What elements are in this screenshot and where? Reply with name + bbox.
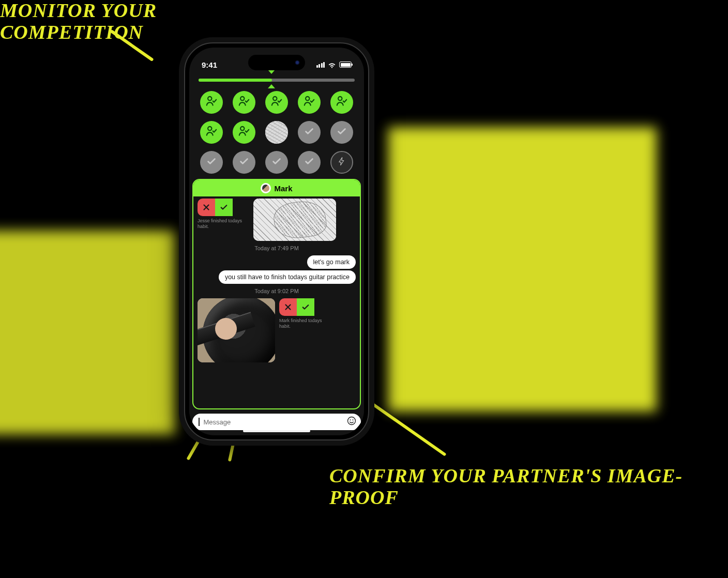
day-cell-done[interactable] <box>330 91 353 114</box>
svg-point-5 <box>208 127 211 130</box>
home-indicator[interactable] <box>243 430 310 432</box>
person-check-icon <box>205 95 218 110</box>
message-bubble[interactable]: let's go mark <box>307 255 356 269</box>
phone-frame: 9:41 <box>184 42 369 440</box>
sketch-thumbnail-icon <box>265 121 288 144</box>
day-cell-done[interactable] <box>298 91 321 114</box>
message-bubble[interactable]: you still have to finish todays guitar p… <box>219 270 356 284</box>
chat-body[interactable]: Jesse finished todays habit. Today at 7:… <box>193 196 360 408</box>
svg-point-4 <box>338 97 342 100</box>
svg-point-3 <box>306 97 309 100</box>
dynamic-island <box>248 55 305 70</box>
person-check-icon <box>237 125 251 140</box>
message-row: you still have to finish todays guitar p… <box>198 270 356 284</box>
approve-deny-group <box>198 199 249 216</box>
chat-panel: Mark Jesse finished toda <box>192 179 361 409</box>
annotation-top: Monitor Your Competition <box>0 0 186 43</box>
x-icon <box>202 203 211 212</box>
svg-point-9 <box>353 419 354 420</box>
status-time: 9:41 <box>202 60 217 69</box>
check-icon <box>206 156 217 169</box>
cellular-icon <box>316 62 325 68</box>
day-cell-pending[interactable] <box>298 151 321 174</box>
bolt-icon <box>337 156 346 169</box>
chat-timestamp: Today at 9:02 PM <box>198 288 356 294</box>
svg-point-1 <box>240 97 244 100</box>
decorative-glow <box>388 127 657 412</box>
check-icon <box>336 126 347 139</box>
day-cell-pending[interactable] <box>298 121 321 144</box>
text-caret <box>199 418 200 426</box>
annotation-bottom: Confirm your Partner's Image-Proof <box>329 465 722 509</box>
check-icon <box>238 156 250 169</box>
person-check-icon <box>237 95 251 110</box>
check-icon <box>304 156 315 169</box>
proof-image[interactable] <box>198 298 275 362</box>
day-cell-pending[interactable] <box>330 121 353 144</box>
approve-button[interactable] <box>297 298 314 316</box>
habit-day-grid <box>189 83 364 179</box>
person-check-icon <box>205 125 218 140</box>
svg-point-6 <box>240 127 244 130</box>
approve-button[interactable] <box>215 199 233 216</box>
svg-point-0 <box>208 97 211 100</box>
chat-header[interactable]: Mark <box>193 180 360 196</box>
battery-icon <box>339 62 352 68</box>
message-field[interactable] <box>204 418 343 426</box>
check-icon <box>304 126 315 139</box>
smile-icon <box>346 416 357 426</box>
day-cell-done[interactable] <box>233 91 255 114</box>
day-cell-done[interactable] <box>200 121 223 144</box>
day-cell-done[interactable] <box>233 121 255 144</box>
day-cell-done[interactable] <box>265 91 288 114</box>
svg-point-2 <box>273 97 277 100</box>
proof-caption: Mark finished todays habit. <box>279 318 331 329</box>
check-icon <box>301 302 310 312</box>
decorative-glow <box>0 231 176 434</box>
proof-image[interactable] <box>253 199 336 241</box>
progress-fill <box>199 79 272 82</box>
message-input[interactable] <box>192 414 361 430</box>
progress-bar <box>189 74 364 83</box>
person-check-icon <box>302 95 316 110</box>
day-cell-pending[interactable] <box>265 151 288 174</box>
proof-row: Mark finished todays habit. <box>198 298 356 362</box>
person-check-icon <box>270 95 283 110</box>
day-cell-pending[interactable] <box>233 151 255 174</box>
deny-button[interactable] <box>279 298 297 316</box>
check-icon <box>271 156 282 169</box>
emoji-button[interactable] <box>346 416 357 428</box>
check-icon <box>219 203 229 212</box>
proof-row: Jesse finished todays habit. <box>198 199 356 241</box>
x-icon <box>283 302 293 312</box>
svg-point-8 <box>350 419 351 420</box>
message-row: let's go mark <box>198 255 356 269</box>
day-cell-done[interactable] <box>200 91 223 114</box>
partner-name: Mark <box>274 184 292 193</box>
day-cell-reward[interactable] <box>330 151 353 174</box>
progress-marker-bottom-icon <box>268 84 275 88</box>
day-cell-today[interactable] <box>265 121 288 144</box>
person-check-icon <box>335 95 348 110</box>
day-cell-pending[interactable] <box>200 151 223 174</box>
chat-timestamp: Today at 7:49 PM <box>198 245 356 251</box>
approve-deny-group <box>279 298 331 316</box>
deny-button[interactable] <box>198 199 215 216</box>
svg-point-7 <box>348 417 356 425</box>
wifi-icon <box>328 62 336 68</box>
partner-avatar <box>261 183 271 193</box>
phone-screen: 9:41 <box>189 48 364 435</box>
proof-caption: Jesse finished todays habit. <box>198 218 249 230</box>
